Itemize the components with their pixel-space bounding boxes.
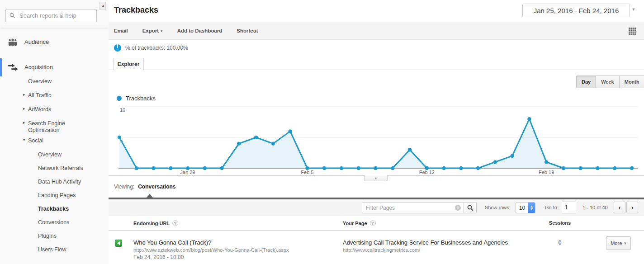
x-axis-label: Feb 12 <box>419 170 435 175</box>
date-range-selector[interactable]: Jan 25, 2016 - Feb 24, 2016 <box>522 4 630 17</box>
page-title: Trackbacks <box>114 5 158 15</box>
show-rows-select[interactable]: 10 <box>516 202 535 213</box>
endorsing-page-title[interactable]: Who You Gonna Call (Track)? <box>133 239 332 246</box>
sidebar-item-label: Conversions <box>38 219 69 226</box>
previous-page-button[interactable]: ‹ <box>614 202 625 213</box>
sidebar-item-audience[interactable]: Audience <box>0 35 109 49</box>
sidebar-item-acquisition[interactable]: Acquisition <box>0 60 109 75</box>
granularity-toggle: Day Week Month <box>576 75 644 88</box>
next-page-button[interactable]: › <box>626 202 638 213</box>
sidebar-item-label: All Traffic <box>28 92 51 99</box>
filter-pages-input[interactable] <box>365 204 455 212</box>
data-point[interactable] <box>374 166 377 170</box>
data-point[interactable] <box>527 117 531 121</box>
more-button[interactable]: More ▾ <box>606 236 631 250</box>
your-page-cell: Advertising Call Tracking Service For Bu… <box>343 239 533 253</box>
sidebar-item-trackbacks[interactable]: Trackbacks <box>0 202 109 216</box>
data-point[interactable] <box>203 166 207 170</box>
data-point[interactable] <box>476 166 480 170</box>
goto-label: Go to: <box>545 205 559 210</box>
viewing-conversations[interactable]: Conversations <box>138 184 175 190</box>
month-button[interactable]: Month <box>620 75 644 88</box>
percent-of-trackbacks-label: % of trackbacks: 100.00% <box>125 45 188 51</box>
sidebar: ◂ AudienceAcquisitionOverview▸All Traffi… <box>0 0 109 264</box>
add-to-dashboard-button[interactable]: Add to Dashboard <box>177 28 223 33</box>
sidebar-item-label: Acquisition <box>24 64 53 71</box>
data-point[interactable] <box>357 166 360 170</box>
tab-explorer[interactable]: Explorer <box>113 58 144 70</box>
stepper-icon[interactable] <box>528 203 535 213</box>
data-point[interactable] <box>545 160 548 164</box>
sidebar-search-area: ◂ <box>0 0 109 28</box>
help-icon[interactable]: ? <box>172 220 178 226</box>
column-header-sessions[interactable]: Sessions <box>542 220 578 226</box>
endorsing-url-label: Endorsing URL <box>133 221 170 226</box>
search-icon <box>467 205 474 211</box>
data-point[interactable] <box>391 166 394 170</box>
data-point[interactable] <box>220 166 223 170</box>
data-point[interactable] <box>596 166 599 170</box>
filter-pages-field[interactable]: ✕ <box>362 202 464 213</box>
sidebar-item-landing-pages[interactable]: Landing Pages <box>0 189 109 202</box>
trackbacks-line-chart[interactable]: 510Jan 29Feb 5Feb 12Feb 19 <box>109 102 644 175</box>
chevron-down-icon[interactable]: ▾ <box>632 6 635 12</box>
sidebar-item-conversions[interactable]: Conversions <box>0 216 109 229</box>
help-icon[interactable]: ? <box>370 220 376 226</box>
email-button[interactable]: Email <box>114 28 128 33</box>
data-point[interactable] <box>237 141 241 145</box>
series-label: Trackbacks <box>126 95 156 102</box>
table-header: Endorsing URL ? Your Page ? Sessions <box>109 216 644 231</box>
your-page-title[interactable]: Advertising Call Tracking Service For Bu… <box>343 239 533 246</box>
data-point[interactable] <box>442 166 445 170</box>
data-point[interactable] <box>408 148 412 151</box>
y-axis-label: 10 <box>120 107 125 113</box>
data-point[interactable] <box>271 141 275 145</box>
sidebar-item-users-flow[interactable]: Users Flow <box>0 243 109 256</box>
sidebar-item-overview[interactable]: Overview <box>0 148 109 161</box>
sidebar-item-plugins[interactable]: Plugins <box>0 229 109 243</box>
data-point[interactable] <box>459 166 463 170</box>
shortcut-button[interactable]: Shortcut <box>237 28 258 33</box>
search-input[interactable] <box>19 12 93 19</box>
series-area <box>119 119 632 168</box>
column-header-endorsing-url[interactable]: Endorsing URL ? <box>133 220 178 226</box>
sidebar-collapse-button[interactable]: ◂ <box>99 2 106 10</box>
data-point[interactable] <box>288 129 292 133</box>
more-label: More <box>611 240 622 246</box>
chevron-right-icon: ▸ <box>23 92 28 97</box>
sidebar-item-search-engine-optimization[interactable]: ▸Search Engine Optimization <box>0 117 109 134</box>
filter-search-button[interactable] <box>464 202 477 213</box>
data-point[interactable] <box>493 160 497 164</box>
export-button[interactable]: Export ▾ <box>142 28 163 33</box>
data-point[interactable] <box>613 166 616 170</box>
grid-icon[interactable] <box>629 28 636 35</box>
data-point[interactable] <box>118 136 121 139</box>
data-point[interactable] <box>152 166 155 170</box>
sidebar-item-overview[interactable]: Overview <box>0 75 109 89</box>
data-point[interactable] <box>340 166 343 170</box>
annotations-toggle[interactable]: ▾ <box>364 175 388 181</box>
sidebar-search-box[interactable] <box>5 9 97 22</box>
data-point[interactable] <box>254 136 258 139</box>
sidebar-item-social[interactable]: ▾Social <box>0 134 109 148</box>
trackback-icon <box>115 240 122 247</box>
week-button[interactable]: Week <box>596 75 620 88</box>
x-axis-label: Feb 5 <box>301 170 313 175</box>
data-point[interactable] <box>322 166 326 170</box>
column-header-your-page[interactable]: Your Page ? <box>343 220 376 226</box>
sidebar-item-adwords[interactable]: ▸AdWords <box>0 103 109 117</box>
goto-page-input[interactable] <box>562 202 576 213</box>
sidebar-item-all-traffic[interactable]: ▸All Traffic <box>0 89 109 103</box>
viewing-label: Viewing: <box>114 184 134 190</box>
data-point[interactable] <box>630 166 634 170</box>
sidebar-item-label: Landing Pages <box>38 192 76 199</box>
sidebar-item-data-hub-activity[interactable]: Data Hub Activity <box>0 175 109 189</box>
data-point[interactable] <box>579 166 582 170</box>
clear-filter-icon[interactable]: ✕ <box>455 205 461 211</box>
data-point[interactable] <box>510 154 514 158</box>
data-point[interactable] <box>562 166 565 170</box>
data-point[interactable] <box>169 166 172 170</box>
day-button[interactable]: Day <box>576 75 596 88</box>
data-point[interactable] <box>135 166 138 170</box>
sidebar-item-network-referrals[interactable]: Network Referrals <box>0 161 109 175</box>
